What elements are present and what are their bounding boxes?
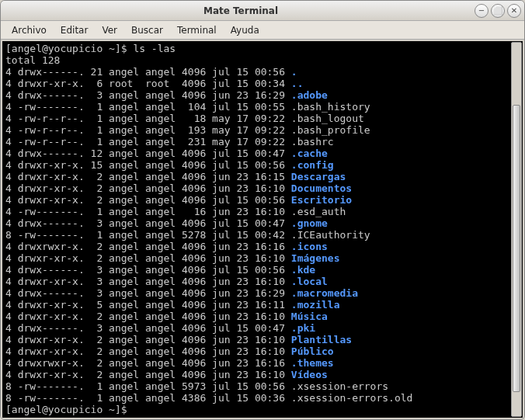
ls-row: 4 -rw-------. 1 angel angel 16 jun 23 16…	[5, 206, 520, 217]
filename: ..	[291, 78, 304, 89]
menu-ayuda[interactable]: Ayuda	[224, 23, 266, 38]
maximize-icon: ⬜	[493, 6, 502, 15]
filename: .local	[291, 276, 328, 287]
ls-row: 4 drwxr-xr-x. 2 angel angel 4096 jun 23 …	[5, 171, 520, 182]
window-title: Mate Terminal	[7, 5, 475, 16]
filename: .ICEauthority	[291, 229, 370, 241]
filename: .bashrc	[291, 136, 334, 148]
menu-terminal[interactable]: Terminal	[171, 23, 223, 38]
ls-row: 4 drwx------. 12 angel angel 4096 jul 15…	[5, 148, 520, 159]
window-controls: − ⬜ ✕	[475, 4, 521, 18]
ls-row: 8 -rw-------. 1 angel angel 5278 jul 15 …	[5, 229, 520, 241]
ls-row: 4 drwx------. 3 angel angel 4096 jul 15 …	[5, 264, 520, 276]
ls-row: 4 -rw-r--r--. 1 angel angel 18 may 17 09…	[5, 113, 520, 124]
prompt-line: [angel@yocupicio ~]$	[5, 404, 520, 415]
ls-row: 4 drwxr-xr-x. 2 angel angel 4096 jul 15 …	[5, 194, 520, 206]
ls-row: 4 drwxr-xr-x. 2 angel angel 4096 jun 23 …	[5, 182, 520, 194]
maximize-button[interactable]: ⬜	[491, 4, 505, 18]
filename: Descargas	[291, 171, 346, 182]
scrollbar-thumb[interactable]	[513, 105, 520, 392]
ls-row: 4 drwxr-xr-x. 2 angel angel 4096 jun 23 …	[5, 369, 520, 380]
filename: .adobe	[291, 89, 328, 101]
scrollbar-track[interactable]	[511, 42, 522, 417]
menu-editar[interactable]: Editar	[54, 23, 95, 38]
close-icon: ✕	[511, 6, 517, 15]
filename: .config	[291, 159, 334, 171]
ls-row: 4 drwxr-xr-x. 15 angel angel 4096 jul 15…	[5, 159, 520, 171]
ls-row: 4 drwx------. 3 angel angel 4096 jul 15 …	[5, 217, 520, 229]
ls-row: 4 -rw-------. 1 angel angel 104 jul 15 0…	[5, 101, 520, 113]
menu-ver[interactable]: Ver	[96, 23, 123, 38]
ls-row: 8 -rw-------. 1 angel angel 5973 jul 15 …	[5, 380, 520, 392]
filename: .esd_auth	[291, 206, 346, 217]
filename: .bash_profile	[291, 124, 370, 136]
ls-row: 4 drwxr-xr-x. 3 angel angel 4096 jun 23 …	[5, 276, 520, 287]
filename: .pki	[291, 322, 315, 334]
ls-row: 4 drwx------. 3 angel angel 4096 jun 23 …	[5, 89, 520, 101]
filename: Música	[291, 311, 328, 322]
filename: Escritorio	[291, 194, 352, 206]
ls-row: 4 drwxr-xr-x. 5 angel angel 4096 jun 23 …	[5, 299, 520, 311]
filename: .bash_logout	[291, 113, 364, 124]
filename: Público	[291, 345, 334, 357]
minimize-button[interactable]: −	[475, 4, 488, 18]
close-button[interactable]: ✕	[507, 4, 521, 18]
filename: .xsession-errors	[291, 380, 388, 392]
filename: .mozilla	[291, 299, 340, 311]
ls-row: 4 drwxrwxr-x. 2 angel angel 4096 jun 23 …	[5, 241, 520, 252]
terminal-container: [angel@yocupicio ~]$ ls -lastotal 1284 d…	[1, 40, 524, 419]
filename: .	[291, 66, 297, 78]
ls-row: 4 drwx------. 3 angel angel 4096 jun 23 …	[5, 287, 520, 299]
filename: Imágenes	[291, 252, 340, 264]
ls-row: 4 -rw-r--r--. 1 angel angel 193 may 17 0…	[5, 124, 520, 136]
filename: .gnome	[291, 217, 328, 229]
ls-row: 4 drwxr-xr-x. 2 angel angel 4096 jun 23 …	[5, 252, 520, 264]
filename: .cache	[291, 148, 328, 159]
ls-row: 4 drwxr-xr-x. 2 angel angel 4096 jun 23 …	[5, 345, 520, 357]
titlebar[interactable]: Mate Terminal − ⬜ ✕	[1, 1, 524, 21]
ls-row: 4 drwx------. 3 angel angel 4096 jul 15 …	[5, 322, 520, 334]
ls-row: 4 drwxr-xr-x. 2 angel angel 4096 jun 23 …	[5, 334, 520, 345]
prompt-line: [angel@yocupicio ~]$ ls -las	[5, 43, 520, 54]
minimize-icon: −	[478, 6, 485, 15]
menu-buscar[interactable]: Buscar	[125, 23, 169, 38]
filename: Vídeos	[291, 369, 328, 380]
menubar: Archivo Editar Ver Buscar Terminal Ayuda	[1, 21, 524, 40]
filename: .kde	[291, 264, 315, 276]
ls-row: 4 drwxr-xr-x. 6 root root 4096 jul 15 00…	[5, 78, 520, 89]
filename: Documentos	[291, 182, 352, 194]
ls-row: 4 -rw-r--r--. 1 angel angel 231 may 17 0…	[5, 136, 520, 148]
filename: .themes	[291, 357, 334, 369]
filename: .icons	[291, 241, 328, 252]
terminal-output[interactable]: [angel@yocupicio ~]$ ls -lastotal 1284 d…	[2, 41, 523, 418]
filename: .bash_history	[291, 101, 370, 113]
ls-row: 4 drwx------. 21 angel angel 4096 jul 15…	[5, 66, 520, 78]
ls-row: 8 -rw-------. 1 angel angel 4386 jul 15 …	[5, 392, 520, 404]
filename: .macromedia	[291, 287, 358, 299]
filename: Plantillas	[291, 334, 352, 345]
menu-archivo[interactable]: Archivo	[5, 23, 53, 38]
ls-row: 4 drwxr-xr-x. 2 angel angel 4096 jun 23 …	[5, 311, 520, 322]
ls-row: 4 drwxrwxr-x. 2 angel angel 4096 jun 23 …	[5, 357, 520, 369]
filename: .xsession-errors.old	[291, 392, 413, 404]
total-line: total 128	[5, 54, 520, 66]
